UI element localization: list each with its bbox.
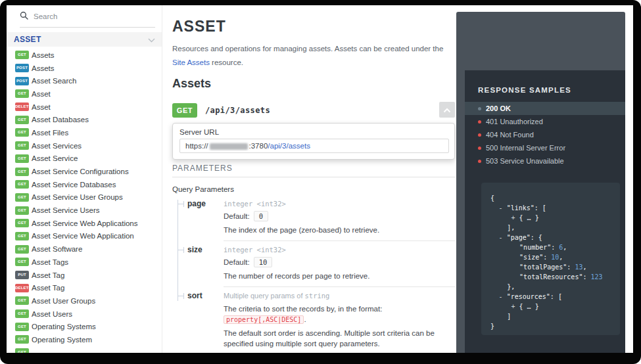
search-icon <box>20 11 28 22</box>
server-url-panel: Server URL https://:3780/api/3/assets <box>172 123 455 160</box>
sidebar-item[interactable]: PUTAsset Tag <box>7 269 162 282</box>
site-assets-link[interactable]: Site Assets <box>172 58 210 66</box>
sidebar-item-label: Asset Service Web Application <box>32 232 134 240</box>
sidebar-item[interactable]: GETAssets <box>7 49 162 62</box>
status-label: 500 Internal Server Error <box>486 144 565 152</box>
intro-paragraph: Resources and operations for managing as… <box>172 42 456 70</box>
endpoint-header[interactable]: GET /api/3/assets <box>172 102 455 118</box>
sidebar-item[interactable]: GETAsset Service Web Application <box>7 230 162 243</box>
json-text: , <box>563 244 567 251</box>
sidebar-item[interactable]: GETAsset Service Users <box>7 204 162 217</box>
response-samples-panel: RESPONSE SAMPLES 200 OK401 Unauthorized4… <box>465 70 625 353</box>
sidebar-item[interactable]: POSTAsset Search <box>7 74 162 87</box>
method-badge-get: GET <box>15 116 29 124</box>
sidebar-section-asset[interactable]: ASSET <box>7 32 162 47</box>
sidebar-item-label: Asset Service <box>32 154 78 162</box>
param-description-more: The default sort order is ascending. Mul… <box>224 328 455 349</box>
code-line: - "page": { <box>490 233 620 242</box>
method-badge-get: GET <box>15 309 29 318</box>
param-size: size integer <int32> Default: 10 The num… <box>178 244 455 287</box>
status-label: 200 OK <box>486 104 511 112</box>
sidebar-item-label: Asset Services <box>32 142 82 150</box>
sidebar-item-label: Asset Service Users <box>32 206 100 214</box>
default-label: Default: <box>224 212 250 220</box>
sidebar: ASSET GETAssetsPOSTAssetsPOSTAsset Searc… <box>7 5 162 353</box>
sidebar-item[interactable]: GETAsset Service <box>7 152 162 166</box>
sidebar-item-label: Asset Databases <box>32 116 89 124</box>
sidebar-item[interactable]: GETAsset Service Databases <box>7 178 162 191</box>
sidebar-item[interactable]: GETAsset Services <box>7 139 162 152</box>
param-type: Multiple query params of string <box>224 290 455 301</box>
sidebar-item-label: Operating Systems <box>32 323 96 330</box>
sidebar-item[interactable]: GETAsset Users <box>7 307 162 321</box>
response-sample-status[interactable]: 401 Unauthorized <box>465 115 625 128</box>
param-default-row: Default: 0 <box>224 210 455 222</box>
json-text: "totalResources": <box>519 273 590 281</box>
search-input[interactable] <box>34 12 155 20</box>
sidebar-item-label: Asset Software <box>32 245 82 253</box>
status-label: 404 Not Found <box>486 131 534 139</box>
code-collapse-toggle[interactable]: - <box>499 204 507 212</box>
status-label: 503 Service Unavailable <box>486 157 564 165</box>
sidebar-item[interactable]: DELETEAsset Tag <box>7 281 162 294</box>
response-samples-title: RESPONSE SAMPLES <box>465 70 625 94</box>
json-number: 13 <box>575 263 582 271</box>
response-sample-status[interactable]: 503 Service Unavailable <box>465 154 625 168</box>
code-line: ] <box>490 311 620 321</box>
code-expand-toggle[interactable]: + <box>511 303 519 310</box>
sidebar-item-label: Asset Users <box>32 310 72 318</box>
json-text: ], <box>507 224 515 231</box>
json-text: { <box>490 194 494 202</box>
response-code-sample: {- "links": [+ { … }],- "page": {"number… <box>481 183 620 335</box>
response-sample-status[interactable]: 500 Internal Server Error <box>465 141 625 154</box>
sidebar-item-label: Asset User Groups <box>32 297 95 305</box>
sidebar-item[interactable]: DELETEAsset <box>7 101 162 114</box>
parameters-header: PARAMETERS <box>172 164 455 177</box>
param-description: The index of the page (zero-based) to re… <box>224 225 455 235</box>
default-value: 0 <box>254 211 268 221</box>
response-sample-status[interactable]: 404 Not Found <box>465 128 625 141</box>
code-collapse-toggle[interactable]: - <box>499 293 507 300</box>
method-badge-get: GET <box>15 193 29 202</box>
chevron-up-icon <box>443 105 451 115</box>
sidebar-item-label: Asset Tags <box>32 258 68 266</box>
json-text: , <box>559 254 563 261</box>
search-bar[interactable] <box>20 5 155 28</box>
sidebar-item[interactable]: GETAsset <box>7 87 162 101</box>
sidebar-item-label: Asset <box>32 103 51 111</box>
sidebar-item-label: Asset Tag <box>32 271 64 279</box>
sidebar-item-label: Assets <box>32 51 55 59</box>
sidebar-item[interactable]: GETAsset Databases <box>7 113 162 126</box>
code-expand-toggle[interactable]: + <box>511 214 519 221</box>
code-collapse-toggle[interactable]: - <box>499 234 507 241</box>
code-line: + { … } <box>490 302 620 311</box>
json-text: { … } <box>519 214 539 221</box>
param-sort: sort Multiple query params of string The… <box>178 290 455 353</box>
status-dot-icon <box>478 160 481 163</box>
method-badge-get: GET <box>15 335 29 344</box>
sidebar-item[interactable]: GETAsset Tags <box>7 256 162 269</box>
sidebar-item-label: Operating System <box>32 336 92 344</box>
method-badge-get: GET <box>15 245 29 254</box>
sidebar-item[interactable]: GET <box>7 346 162 353</box>
parameters-list: page integer <int32> Default: 0 The inde… <box>178 198 455 353</box>
sidebar-item[interactable]: GETAsset Software <box>7 242 162 256</box>
sidebar-item[interactable]: GETAsset Service Web Applications <box>7 217 162 230</box>
sidebar-item[interactable]: GETAsset User Groups <box>7 294 162 307</box>
type-code: string <box>305 292 330 300</box>
sidebar-item[interactable]: POSTAssets <box>7 62 162 75</box>
collapse-button[interactable] <box>439 102 455 118</box>
sidebar-item[interactable]: GETAsset Service User Groups <box>7 191 162 204</box>
response-sample-status[interactable]: 200 OK <box>465 102 625 115</box>
status-dot-icon <box>478 120 481 124</box>
param-default-row: Default: 10 <box>224 256 455 268</box>
server-url-value[interactable]: https://:3780/api/3/assets <box>179 139 449 153</box>
sidebar-nav: GETAssetsPOSTAssetsPOSTAsset SearchGETAs… <box>7 47 162 353</box>
sidebar-item[interactable]: GETOperating System <box>7 333 162 346</box>
code-line: "number": 6, <box>490 242 620 252</box>
sidebar-item[interactable]: GETOperating Systems <box>7 320 162 333</box>
sidebar-item[interactable]: GETAsset Files <box>7 126 162 139</box>
json-text: "number": <box>519 244 559 251</box>
sidebar-item-label: Asset Service Databases <box>32 181 116 189</box>
sidebar-item[interactable]: GETAsset Service Configurations <box>7 165 162 178</box>
